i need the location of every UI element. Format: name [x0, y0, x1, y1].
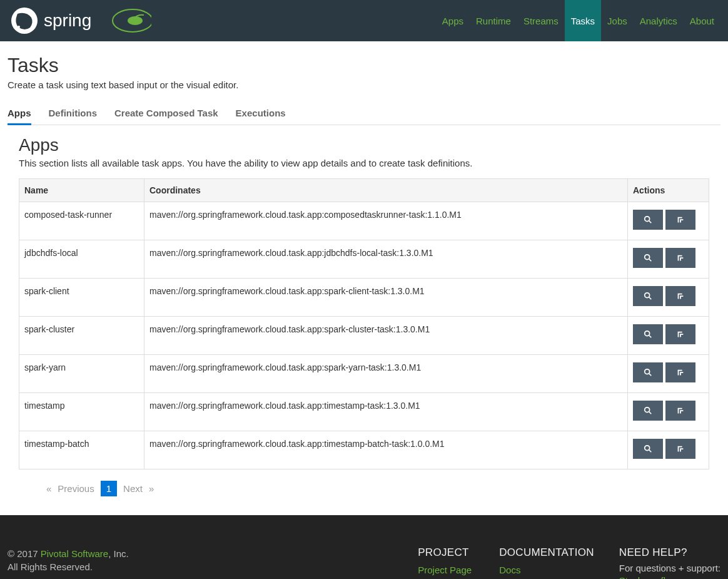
pivotal-link[interactable]: Pivotal Software	[41, 548, 108, 559]
tab-apps[interactable]: Apps	[8, 103, 31, 125]
tab-definitions[interactable]: Definitions	[49, 103, 98, 125]
table-row: spark-clustermaven://org.springframework…	[19, 317, 709, 355]
table-row: jdbchdfs-localmaven://org.springframewor…	[19, 240, 709, 279]
table-row: timestampmaven://org.springframework.clo…	[19, 393, 709, 431]
app-actions	[628, 317, 709, 355]
app-actions	[628, 355, 709, 393]
section-title: Apps	[19, 135, 709, 155]
spring-logo: spring	[8, 6, 151, 35]
app-coords: maven://org.springframework.cloud.task.a…	[144, 240, 628, 279]
app-name: timestamp-batch	[19, 431, 144, 469]
copyright-prefix: © 2017	[8, 548, 41, 559]
app-name: composed-task-runner	[19, 202, 144, 240]
app-actions	[628, 431, 709, 469]
app-name: spark-yarn	[19, 355, 144, 393]
header: spring AppsRuntimeStreamsTasksJobsAnalyt…	[0, 0, 728, 41]
view-details-button[interactable]	[633, 248, 663, 268]
stackoverflow-link[interactable]: Stackoverflow	[619, 573, 720, 579]
view-details-button[interactable]	[633, 324, 663, 344]
svg-point-13	[645, 369, 650, 374]
create-definition-button[interactable]	[665, 324, 695, 344]
footer-docs-title: DOCUMENTATION	[499, 546, 594, 559]
create-definition-button[interactable]	[665, 286, 695, 306]
page-next[interactable]: Next	[119, 481, 146, 496]
rights-text: All Rights Reserved.	[8, 561, 393, 572]
page-last-icon[interactable]: »	[149, 483, 154, 494]
main-nav: AppsRuntimeStreamsTasksJobsAnalyticsAbou…	[436, 0, 720, 41]
create-definition-button[interactable]	[665, 210, 695, 230]
svg-line-18	[649, 450, 652, 453]
app-actions	[628, 393, 709, 431]
page-current[interactable]: 1	[101, 481, 117, 496]
footer: © 2017 Pivotal Software, Inc. All Rights…	[0, 515, 728, 579]
view-details-button[interactable]	[633, 439, 663, 459]
svg-line-12	[649, 336, 652, 338]
help-text: For questions + support:	[619, 563, 720, 573]
svg-line-8	[649, 259, 652, 262]
app-name: timestamp	[19, 393, 144, 431]
app-name: spark-cluster	[19, 317, 144, 355]
svg-point-7	[645, 255, 650, 260]
table-row: spark-yarnmaven://org.springframework.cl…	[19, 355, 709, 393]
apps-table: Name Coordinates Actions composed-task-r…	[19, 178, 709, 469]
footer-help-title: NEED HELP?	[619, 546, 720, 559]
app-coords: maven://org.springframework.cloud.task.a…	[144, 393, 628, 431]
create-definition-button[interactable]	[665, 401, 695, 421]
page-first-icon[interactable]: «	[46, 483, 51, 494]
svg-point-1	[18, 26, 20, 28]
nav-runtime[interactable]: Runtime	[470, 0, 517, 41]
main-content: Tasks Create a task using text based inp…	[1, 41, 727, 515]
project-page-link[interactable]: Project Page	[418, 563, 474, 578]
app-coords: maven://org.springframework.cloud.task.a…	[144, 317, 628, 355]
col-header-name: Name	[19, 179, 144, 202]
page-prev[interactable]: Previous	[54, 481, 98, 496]
section-subtitle: This section lists all available task ap…	[19, 158, 709, 168]
view-details-button[interactable]	[633, 210, 663, 230]
app-name: jdbchdfs-local	[19, 240, 144, 279]
view-details-button[interactable]	[633, 401, 663, 421]
docs-link[interactable]: Docs	[499, 563, 594, 578]
create-definition-button[interactable]	[665, 362, 695, 382]
create-definition-button[interactable]	[665, 248, 695, 268]
col-header-actions: Actions	[628, 179, 709, 202]
svg-point-15	[645, 407, 650, 412]
view-details-button[interactable]	[633, 362, 663, 382]
svg-line-14	[649, 374, 652, 376]
svg-point-9	[645, 293, 650, 298]
nav-about[interactable]: About	[684, 0, 720, 41]
tab-executions[interactable]: Executions	[236, 103, 286, 125]
svg-point-11	[645, 331, 650, 336]
svg-point-5	[645, 217, 650, 222]
svg-line-10	[649, 297, 652, 300]
app-coords: maven://org.springframework.cloud.task.a…	[144, 355, 628, 393]
copyright-suffix: , Inc.	[108, 548, 129, 559]
table-row: composed-task-runnermaven://org.springfr…	[19, 202, 709, 240]
tab-create-composed-task[interactable]: Create Composed Task	[114, 103, 218, 125]
page-title: Tasks	[8, 54, 720, 77]
view-details-button[interactable]	[633, 286, 663, 306]
app-actions	[628, 240, 709, 279]
apps-section: Apps This section lists all available ta…	[8, 135, 720, 496]
footer-project: PROJECT Project Page Issue Tracker	[418, 546, 474, 579]
nav-apps[interactable]: Apps	[436, 0, 470, 41]
create-definition-button[interactable]	[665, 439, 695, 459]
app-actions	[628, 202, 709, 240]
page-subtitle: Create a task using text based input or …	[8, 79, 720, 90]
nav-streams[interactable]: Streams	[517, 0, 565, 41]
footer-help: NEED HELP? For questions + support: Stac…	[619, 546, 720, 579]
svg-text:spring: spring	[44, 11, 91, 30]
table-row: spark-clientmaven://org.springframework.…	[19, 279, 709, 317]
footer-project-title: PROJECT	[418, 546, 474, 559]
table-row: timestamp-batchmaven://org.springframewo…	[19, 431, 709, 469]
app-coords: maven://org.springframework.cloud.task.a…	[144, 279, 628, 317]
nav-jobs[interactable]: Jobs	[601, 0, 634, 41]
svg-line-6	[649, 221, 652, 223]
nav-analytics[interactable]: Analytics	[634, 0, 684, 41]
col-header-coords: Coordinates	[144, 179, 628, 202]
svg-line-16	[649, 412, 652, 414]
pagination: « Previous 1 Next »	[19, 481, 709, 496]
footer-copyright: © 2017 Pivotal Software, Inc. All Rights…	[8, 546, 393, 579]
app-coords: maven://org.springframework.cloud.task.a…	[144, 431, 628, 469]
nav-tasks[interactable]: Tasks	[565, 0, 601, 41]
app-coords: maven://org.springframework.cloud.task.a…	[144, 202, 628, 240]
